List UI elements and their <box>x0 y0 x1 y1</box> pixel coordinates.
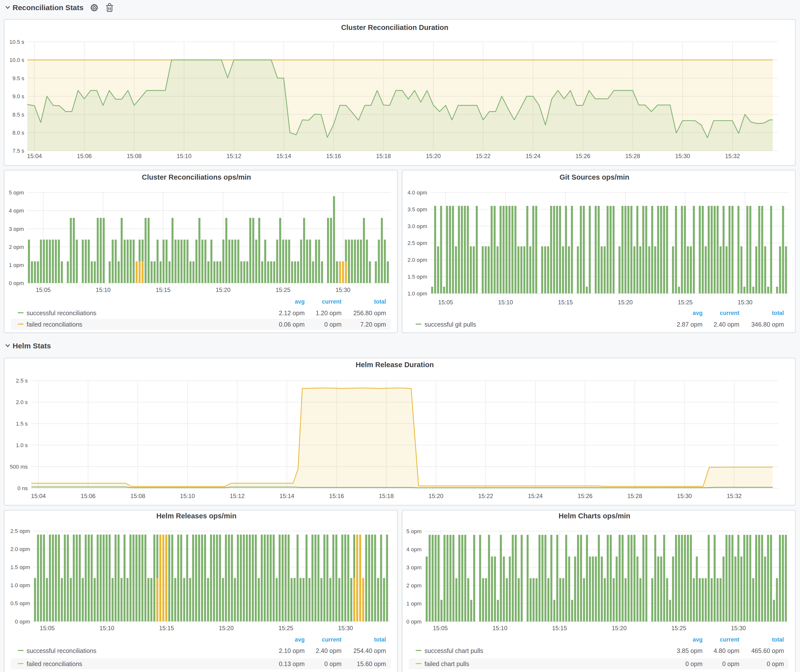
svg-text:avg: avg <box>693 310 702 316</box>
svg-text:15:30: 15:30 <box>738 299 752 306</box>
svg-text:15:06: 15:06 <box>81 493 96 499</box>
svg-text:15:26: 15:26 <box>578 493 592 499</box>
svg-text:15:18: 15:18 <box>379 493 394 499</box>
svg-text:15:20: 15:20 <box>618 299 633 306</box>
svg-text:15:10: 15:10 <box>96 286 110 293</box>
svg-text:total: total <box>374 636 386 643</box>
svg-text:15:20: 15:20 <box>429 493 443 499</box>
svg-text:0.5 opm: 0.5 opm <box>10 600 30 606</box>
svg-text:0.13 opm: 0.13 opm <box>279 660 304 667</box>
svg-text:Cluster Reconciliations ops/mi: Cluster Reconciliations ops/min <box>142 173 251 181</box>
svg-text:15:10: 15:10 <box>177 153 192 159</box>
svg-text:15:25: 15:25 <box>671 625 686 631</box>
svg-text:465.60 opm: 465.60 opm <box>751 647 784 654</box>
svg-text:1.0 opm: 1.0 opm <box>10 582 30 588</box>
svg-text:15:08: 15:08 <box>130 493 145 499</box>
svg-text:3.0 opm: 3.0 opm <box>408 223 427 229</box>
svg-text:4.0 opm: 4.0 opm <box>408 190 427 196</box>
svg-text:successful reconciliations: successful reconciliations <box>27 647 96 654</box>
svg-text:3 opm: 3 opm <box>406 564 421 571</box>
svg-text:4.80 opm: 4.80 opm <box>714 647 739 654</box>
svg-text:15:16: 15:16 <box>329 493 344 499</box>
svg-text:15:14: 15:14 <box>276 153 291 159</box>
svg-text:4 opm: 4 opm <box>9 208 24 214</box>
svg-text:15:04: 15:04 <box>27 153 42 159</box>
svg-text:15:20: 15:20 <box>612 625 627 631</box>
svg-text:2.87 opm: 2.87 opm <box>677 321 702 328</box>
svg-text:avg: avg <box>295 636 305 643</box>
svg-text:1.5 opm: 1.5 opm <box>10 564 30 570</box>
svg-text:1.5 s: 1.5 s <box>16 421 28 427</box>
svg-text:15:15: 15:15 <box>155 286 170 293</box>
svg-text:256.80 opm: 256.80 opm <box>353 310 386 317</box>
svg-text:15:30: 15:30 <box>677 493 692 499</box>
svg-text:15:30: 15:30 <box>338 625 353 631</box>
svg-text:8.0 s: 8.0 s <box>12 130 24 136</box>
svg-text:15:10: 15:10 <box>498 299 513 306</box>
svg-text:15:20: 15:20 <box>216 286 230 293</box>
svg-text:15:15: 15:15 <box>552 625 567 631</box>
svg-text:9.5 s: 9.5 s <box>12 75 24 82</box>
svg-text:254.40 opm: 254.40 opm <box>353 647 386 654</box>
svg-text:current: current <box>720 310 740 316</box>
svg-text:2.40 opm: 2.40 opm <box>714 321 739 328</box>
svg-text:total: total <box>374 298 386 305</box>
svg-text:15:05: 15:05 <box>36 286 51 293</box>
svg-text:2.10 opm: 2.10 opm <box>279 647 304 654</box>
svg-text:15:14: 15:14 <box>280 493 294 499</box>
svg-text:15:25: 15:25 <box>275 286 290 293</box>
svg-text:15:10: 15:10 <box>493 625 507 631</box>
svg-text:15:12: 15:12 <box>226 153 241 159</box>
svg-text:Git Sources ops/min: Git Sources ops/min <box>560 173 629 181</box>
svg-text:15:15: 15:15 <box>558 299 573 306</box>
svg-text:Helm Charts ops/min: Helm Charts ops/min <box>558 512 630 520</box>
svg-text:15:04: 15:04 <box>31 493 46 499</box>
svg-text:15:20: 15:20 <box>426 153 441 159</box>
svg-text:1.20 opm: 1.20 opm <box>316 310 341 317</box>
svg-text:1 opm: 1 opm <box>406 600 421 607</box>
svg-text:current: current <box>322 636 342 643</box>
svg-text:0 opm: 0 opm <box>722 660 739 667</box>
svg-text:0 opm: 0 opm <box>15 619 30 625</box>
svg-text:15:24: 15:24 <box>528 493 543 499</box>
svg-text:1.0 opm: 1.0 opm <box>408 290 427 297</box>
svg-text:15:26: 15:26 <box>575 153 590 159</box>
svg-text:0 opm: 0 opm <box>685 660 702 667</box>
svg-text:Helm Stats: Helm Stats <box>13 342 51 350</box>
svg-text:total: total <box>772 310 784 316</box>
svg-text:15:10: 15:10 <box>180 493 195 499</box>
svg-text:2.5 s: 2.5 s <box>16 378 28 384</box>
svg-text:3.5 opm: 3.5 opm <box>408 206 427 213</box>
svg-text:successful git pulls: successful git pulls <box>424 321 476 328</box>
svg-text:7.20 opm: 7.20 opm <box>360 321 386 328</box>
svg-text:5 opm: 5 opm <box>9 190 24 196</box>
svg-text:3.85 opm: 3.85 opm <box>677 647 702 654</box>
svg-text:10.0 s: 10.0 s <box>10 57 24 63</box>
svg-text:15:08: 15:08 <box>126 153 141 159</box>
svg-text:1 opm: 1 opm <box>9 262 24 268</box>
svg-text:0 opm: 0 opm <box>324 321 341 328</box>
svg-text:7.5 s: 7.5 s <box>12 148 24 154</box>
svg-text:15:30: 15:30 <box>731 625 746 631</box>
svg-text:15:10: 15:10 <box>99 625 114 631</box>
svg-text:avg: avg <box>295 298 305 305</box>
svg-text:15:25: 15:25 <box>278 625 293 631</box>
svg-text:successful reconciliations: successful reconciliations <box>27 310 96 317</box>
svg-text:2.12 opm: 2.12 opm <box>279 310 304 317</box>
svg-text:current: current <box>720 636 740 643</box>
svg-text:15:24: 15:24 <box>526 153 541 159</box>
svg-text:15:18: 15:18 <box>376 153 391 159</box>
svg-text:15:32: 15:32 <box>727 493 742 499</box>
svg-text:successful chart pulls: successful chart pulls <box>424 647 483 654</box>
svg-text:Helm Releases ops/min: Helm Releases ops/min <box>156 512 237 520</box>
svg-text:Cluster Reconciliation Duratio: Cluster Reconciliation Duration <box>341 24 448 31</box>
svg-text:10.5 s: 10.5 s <box>10 39 24 45</box>
svg-text:0 opm: 0 opm <box>324 660 341 667</box>
svg-text:0 opm: 0 opm <box>406 619 421 625</box>
svg-text:15:05: 15:05 <box>40 625 55 631</box>
svg-text:2.5 opm: 2.5 opm <box>10 528 30 534</box>
svg-text:15:16: 15:16 <box>326 153 341 159</box>
svg-text:2.0 opm: 2.0 opm <box>10 546 30 552</box>
svg-text:0.06 opm: 0.06 opm <box>279 321 304 328</box>
svg-text:failed reconciliations: failed reconciliations <box>27 660 82 667</box>
